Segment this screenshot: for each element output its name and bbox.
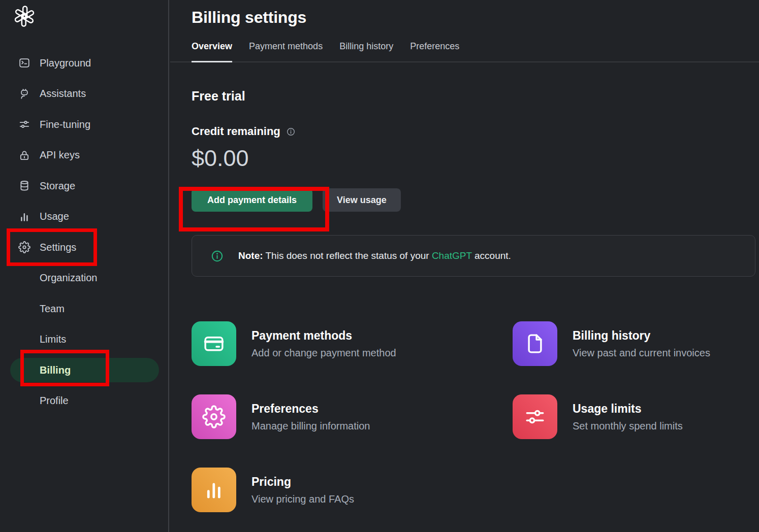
sidebar: PlaygroundAssistantsFine-tuningAPI keysS… — [0, 0, 169, 532]
credit-amount: $0.00 — [192, 145, 759, 172]
sidebar-item-playground[interactable]: Playground — [10, 51, 159, 75]
sidebar-item-profile[interactable]: Profile — [10, 389, 159, 413]
tab-payment-methods[interactable]: Payment methods — [249, 41, 323, 61]
credit-remaining-label: Credit remaining — [192, 125, 280, 138]
terminal-icon — [18, 57, 30, 69]
card-title: Payment methods — [251, 329, 396, 343]
sidebar-item-label: Billing — [40, 364, 71, 376]
file-icon — [513, 321, 557, 366]
gear-icon — [192, 394, 236, 439]
sliders-icon — [513, 394, 557, 439]
card-payment-methods[interactable]: Payment methodsAdd or change payment met… — [192, 321, 513, 366]
billing-cards-grid: Payment methodsAdd or change payment met… — [192, 321, 759, 512]
sidebar-item-usage[interactable]: Usage — [10, 205, 159, 229]
sidebar-item-api-keys[interactable]: API keys — [10, 143, 159, 168]
sidebar-item-billing[interactable]: Billing — [10, 358, 159, 382]
action-buttons-row: Add payment details View usage — [192, 188, 759, 212]
sidebar-item-label: Organization — [40, 272, 97, 284]
openai-logo-icon[interactable] — [13, 5, 36, 27]
bar-chart-icon — [192, 468, 236, 512]
card-text: Usage limitsSet monthly spend limits — [573, 402, 683, 432]
note-text: Note: This does not reflect the status o… — [238, 250, 511, 261]
card-pricing[interactable]: PricingView pricing and FAQs — [192, 468, 513, 512]
database-icon — [18, 180, 30, 192]
credit-card-icon — [192, 321, 236, 366]
sidebar-item-assistants[interactable]: Assistants — [10, 82, 159, 106]
main-content: Billing settings OverviewPayment methods… — [170, 0, 759, 532]
sidebar-nav: PlaygroundAssistantsFine-tuningAPI keysS… — [0, 51, 168, 419]
card-billing-history[interactable]: Billing historyView past and current inv… — [513, 321, 759, 366]
chatgpt-link[interactable]: ChatGPT — [432, 250, 472, 261]
card-text: PricingView pricing and FAQs — [251, 475, 354, 505]
tab-billing-history[interactable]: Billing history — [339, 41, 393, 61]
card-subtitle: View pricing and FAQs — [251, 493, 354, 505]
card-title: Billing history — [573, 329, 710, 343]
sidebar-item-label: Playground — [40, 57, 91, 69]
sidebar-item-label: Profile — [40, 395, 69, 407]
card-text: Payment methodsAdd or change payment met… — [251, 329, 396, 359]
tab-preferences[interactable]: Preferences — [410, 41, 459, 61]
card-text: PreferencesManage billing information — [251, 402, 370, 432]
card-title: Pricing — [251, 475, 354, 489]
sidebar-item-fine-tuning[interactable]: Fine-tuning — [10, 112, 159, 137]
gear-icon — [18, 241, 30, 253]
sidebar-item-label: Limits — [40, 334, 66, 345]
sidebar-item-label: API keys — [40, 149, 80, 161]
note-banner: Note: This does not reflect the status o… — [192, 235, 755, 277]
sidebar-item-label: Fine-tuning — [40, 119, 90, 130]
info-circle-icon — [210, 249, 224, 263]
bar-chart-icon — [18, 211, 30, 223]
sidebar-item-label: Assistants — [40, 88, 86, 99]
note-label: Note: — [238, 250, 263, 261]
card-title: Preferences — [251, 402, 370, 416]
sidebar-item-limits[interactable]: Limits — [10, 327, 159, 352]
credit-remaining-row: Credit remaining — [192, 125, 759, 138]
card-title: Usage limits — [573, 402, 683, 416]
card-preferences[interactable]: PreferencesManage billing information — [192, 394, 513, 439]
card-usage-limits[interactable]: Usage limitsSet monthly spend limits — [513, 394, 759, 439]
sidebar-item-label: Storage — [40, 180, 75, 192]
sidebar-item-team[interactable]: Team — [10, 296, 159, 321]
card-subtitle: Add or change payment method — [251, 347, 396, 359]
page-title: Billing settings — [192, 8, 759, 27]
sidebar-item-label: Usage — [40, 211, 69, 222]
tab-bar: OverviewPayment methodsBilling historyPr… — [170, 41, 759, 62]
card-subtitle: Set monthly spend limits — [573, 420, 683, 432]
card-subtitle: Manage billing information — [251, 420, 370, 432]
plan-heading: Free trial — [192, 89, 759, 104]
sidebar-item-organization[interactable]: Organization — [10, 266, 159, 290]
sidebar-item-storage[interactable]: Storage — [10, 174, 159, 198]
add-payment-details-button[interactable]: Add payment details — [192, 188, 312, 212]
card-subtitle: View past and current invoices — [573, 347, 710, 359]
tab-overview[interactable]: Overview — [192, 41, 232, 61]
info-icon[interactable] — [286, 127, 296, 137]
robot-icon — [18, 88, 30, 100]
sliders-icon — [18, 118, 30, 130]
sidebar-item-label: Team — [40, 303, 65, 315]
sidebar-item-label: Settings — [40, 242, 76, 253]
card-text: Billing historyView past and current inv… — [573, 329, 710, 359]
lock-icon — [18, 149, 30, 161]
view-usage-button[interactable]: View usage — [323, 188, 401, 212]
sidebar-item-settings[interactable]: Settings — [10, 235, 159, 259]
